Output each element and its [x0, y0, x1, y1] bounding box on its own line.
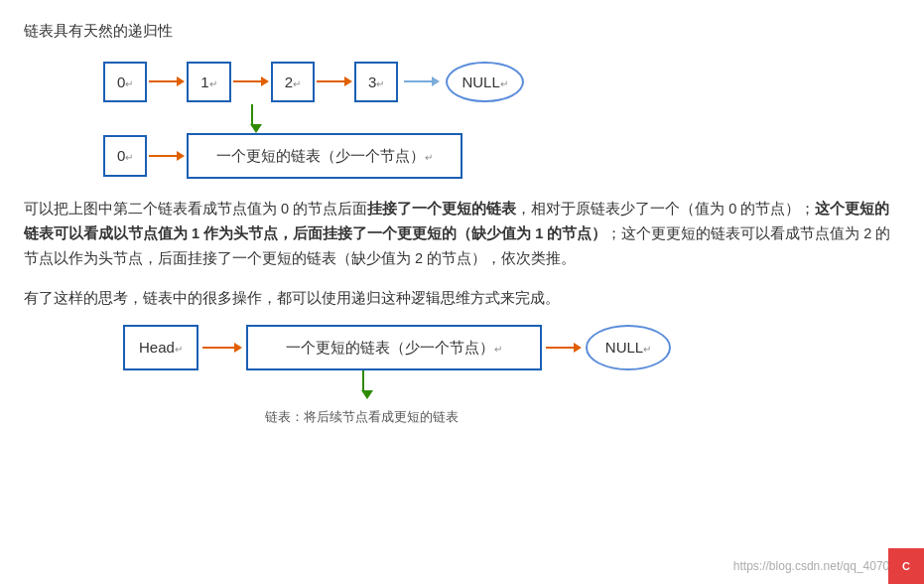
arrow-0-1 — [149, 76, 185, 86]
diagram2-row: Head↵ 一个更短的链表（少一个节点）↵ NULL↵ — [123, 325, 671, 370]
node-2: 2↵ — [271, 62, 315, 103]
arrow-list-null — [546, 343, 582, 353]
text-part2: ，相对于原链表少了一个（值为 0 的节点）； — [516, 201, 815, 217]
arrow-row2 — [149, 151, 185, 161]
diagram1-row1: 0↵ 1↵ 2↵ 3↵ NULL↵ — [103, 62, 524, 103]
arrow-head-list — [202, 343, 242, 353]
body-paragraph-1: 可以把上图中第二个链表看成节点值为 0 的节点后面挂接了一个更短的链表，相对于原… — [24, 197, 900, 272]
diagram1-row2: 0↵ 一个更短的链表（少一个节点）↵ — [103, 133, 462, 179]
node-0: 0↵ — [103, 62, 147, 103]
body-paragraph-2: 有了这样的思考，链表中的很多操作，都可以使用递归这种逻辑思维方式来完成。 — [24, 286, 900, 311]
diagram1: 0↵ 1↵ 2↵ 3↵ NULL↵ 0↵ — [103, 62, 900, 179]
node-1: 1↵ — [187, 62, 230, 103]
node-0-row2: 0↵ — [103, 135, 147, 177]
arrow-1-2 — [233, 76, 269, 86]
down-arrow-diagram2 — [361, 370, 373, 399]
null-oval-1: NULL↵ — [446, 62, 523, 103]
bottom-caption: 链表：将后续节点看成更短的链表 — [83, 403, 639, 429]
head-box: Head↵ — [123, 325, 198, 370]
short-list-box-1: 一个更短的链表（少一个节点）↵ — [187, 133, 462, 179]
diagram2: Head↵ 一个更短的链表（少一个节点）↵ NULL↵ — [123, 325, 900, 399]
null-oval-2: NULL↵ — [586, 325, 671, 370]
node-3: 3↵ — [354, 62, 398, 103]
arrow-3-null — [404, 76, 440, 86]
arrow-2-3 — [317, 76, 352, 86]
short-list-box-2: 一个更短的链表（少一个节点）↵ — [246, 325, 542, 370]
text-part1: 可以把上图中第二个链表看成节点值为 0 的节点后面 — [24, 201, 367, 217]
csdn-badge: C — [888, 548, 924, 584]
text-bold-1: 挂接了一个更短的链表 — [367, 201, 516, 217]
text-summary: 有了这样的思考，链表中的很多操作，都可以使用递归这种逻辑思维方式来完成。 — [24, 290, 560, 306]
down-arrow-diagram1 — [250, 104, 262, 133]
page-title: 链表具有天然的递归性 — [24, 18, 900, 44]
